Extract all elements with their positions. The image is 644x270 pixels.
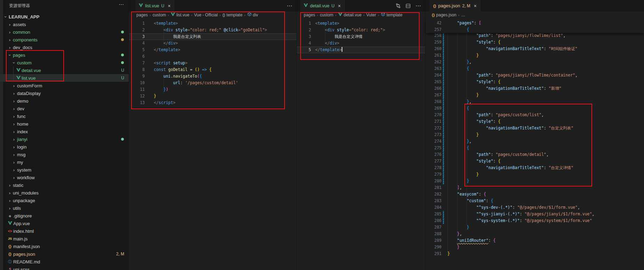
code-line-285[interactable]: 285 "^sys-jianyi-(.*)": "@/pages/jianyi/… (426, 211, 644, 217)
tree-item-utils[interactable]: ›utils (0, 204, 129, 212)
tree-item-readme.md[interactable]: ⓘREADME.md (0, 258, 129, 265)
chevron-right-icon[interactable]: › (7, 206, 13, 211)
tree-item-learun-app[interactable]: ›LEARUN_APP (0, 13, 129, 21)
tree-item-app.vue[interactable]: App.vue (0, 220, 129, 227)
tree-item-jianyi[interactable]: ›jianyi (0, 135, 129, 143)
code-line-290[interactable]: 290 } (426, 244, 644, 251)
chevron-right-icon[interactable]: › (7, 45, 13, 50)
code-line-259[interactable]: 259 "style": { (426, 39, 644, 46)
tree-item-index[interactable]: ›index (0, 128, 129, 135)
code-line-4[interactable]: 4 </div> (129, 40, 297, 47)
code-line-274[interactable]: 274 }, (426, 138, 644, 145)
breadcrumb-item[interactable]: … (461, 13, 465, 17)
chevron-right-icon[interactable]: › (11, 114, 17, 119)
tree-item-my[interactable]: ›my (0, 158, 129, 166)
code-area[interactable]: 1<template>2 <div style="color: red;">3 … (297, 20, 426, 53)
code-line-272[interactable]: 272 "navigationBarTitleText": "自定义列表" (426, 125, 644, 132)
code-line-7[interactable]: 7<script setup> (129, 60, 297, 66)
tree-item-assets[interactable]: ›assets (0, 21, 129, 28)
code-line-267[interactable]: 267 } (426, 92, 644, 98)
tree-item-system[interactable]: ›system (0, 166, 129, 174)
code-line-13[interactable]: 13</script> (129, 100, 297, 106)
tree-item-.gitignore[interactable]: ◈.gitignore (0, 212, 129, 220)
code-line-282[interactable]: 282 "easycom": { (426, 191, 644, 198)
code-line-2[interactable]: 2 <div style="color: red;"> (297, 27, 426, 33)
close-icon[interactable]: × (168, 3, 170, 9)
chevron-right-icon[interactable]: › (11, 106, 17, 111)
tab-list-vue[interactable]: list.vueU× (135, 0, 174, 11)
tab-detail-vue[interactable]: detail.vueU× (300, 0, 345, 11)
tree-item-main.js[interactable]: JSmain.js (0, 235, 129, 243)
tree-item-demo[interactable]: ›demo (0, 97, 129, 105)
chevron-right-icon[interactable]: › (7, 183, 13, 188)
code-line-11[interactable]: 11 }) (129, 86, 297, 93)
breadcrumb-item[interactable]: {}pages.json (432, 13, 456, 17)
tree-item-pages.json[interactable]: {}pages.json2, M (0, 250, 129, 258)
chevron-right-icon[interactable]: › (7, 22, 13, 27)
chevron-right-icon[interactable]: › (11, 98, 17, 104)
code-line-266[interactable]: 266 "navigationBarTitleText": "新增" (426, 85, 644, 92)
close-icon[interactable]: × (474, 3, 477, 9)
tree-item-components[interactable]: ›components (0, 36, 129, 43)
breadcrumb-item[interactable]: pages (136, 13, 148, 17)
code-line-1[interactable]: 1<template> (129, 20, 297, 27)
code-line-5[interactable]: 5</template> (129, 47, 297, 53)
tree-item-manifest.json[interactable]: {}manifest.json (0, 243, 129, 250)
tree-item-customform[interactable]: ›customForm (0, 82, 129, 89)
code-line-260[interactable]: 260 "navigationBarTitleText": "时间组件验证" (426, 46, 644, 52)
more-actions-icon[interactable]: ⋯ (119, 1, 124, 8)
breadcrumb-item[interactable]: {}template (222, 13, 242, 17)
code-area[interactable]: 258 "path": "pages/jianyi/flowTime/list"… (426, 32, 644, 257)
breadcrumb-item[interactable]: template (381, 12, 403, 17)
tree-item-common[interactable]: ›common (0, 28, 129, 36)
tree-item-login[interactable]: ›login (0, 143, 129, 151)
code-line-2[interactable]: 2 <div style="color: red;" @click="goDet… (129, 27, 297, 33)
code-line-9[interactable]: 9 uni.navigateTo({ (129, 73, 297, 80)
code-line-6[interactable]: 6 (129, 53, 297, 60)
tree-item-custom[interactable]: ›custom (0, 59, 129, 66)
breadcrumb-item[interactable]: detail.vue (338, 13, 361, 17)
tree-item-unpackage[interactable]: ›unpackage (0, 197, 129, 204)
code-line-277[interactable]: 277 "style": { (426, 158, 644, 165)
code-line-12[interactable]: 12} (129, 93, 297, 100)
tree-item-dev[interactable]: ›dev (0, 105, 129, 112)
code-line-269[interactable]: 269 { (426, 105, 644, 112)
code-line-279[interactable]: 279 } (426, 171, 644, 178)
breadcrumb-item[interactable]: Vue - Official (194, 13, 218, 17)
code-line-289[interactable]: 289 "uniIdRouter": { (426, 237, 644, 244)
chevron-right-icon[interactable]: › (11, 144, 17, 150)
tree-item-uni-modules[interactable]: ›uni_modules (0, 189, 129, 197)
tree-item-home[interactable]: ›home (0, 120, 129, 128)
chevron-right-icon[interactable]: › (7, 37, 13, 42)
code-line-271[interactable]: 271 "style": { (426, 118, 644, 125)
tree-item-pages[interactable]: ›pages (0, 51, 129, 59)
code-line-284[interactable]: 284 "^sys-dev-(.*)": "@/pages/dev/$1/for… (426, 204, 644, 211)
tree-item-msg[interactable]: ›msg (0, 151, 129, 158)
code-line-258[interactable]: 258 "path": "pages/jianyi/flowTime/list"… (426, 32, 644, 39)
code-line-287[interactable]: 287 } (426, 224, 644, 231)
chevron-right-icon[interactable]: › (11, 137, 17, 142)
chevron-right-icon[interactable]: › (7, 30, 13, 35)
code-line-261[interactable]: 261 } (426, 52, 644, 59)
more-icon[interactable]: ⋯ (287, 2, 293, 9)
close-icon[interactable]: × (338, 3, 341, 9)
breadcrumb-item[interactable]: custom (320, 13, 333, 17)
tree-item-static[interactable]: ›static (0, 181, 129, 189)
code-line-3[interactable]: 3 我是自定义详情 (297, 33, 426, 40)
chevron-right-icon[interactable]: › (11, 129, 17, 134)
chevron-right-icon[interactable]: › (7, 198, 13, 203)
code-line-10[interactable]: 10 url: '/pages/custom/detail' (129, 80, 297, 86)
chevron-down-icon[interactable]: › (7, 52, 13, 58)
tree-item-dev-docs[interactable]: ›dev_docs (0, 43, 129, 51)
code-line-273[interactable]: 273 } (426, 132, 644, 138)
chevron-right-icon[interactable]: › (7, 190, 13, 196)
code-line-280[interactable]: 280 } (426, 178, 644, 184)
code-line-262[interactable]: 262 }, (426, 59, 644, 65)
tab-pages-json[interactable]: {}pages.json2, M× (430, 0, 480, 11)
tree-item-func[interactable]: ›func (0, 112, 129, 120)
tree-item-index.html[interactable]: <>index.html (0, 227, 129, 235)
code-line-283[interactable]: 283 "custom": { (426, 198, 644, 204)
code-area[interactable]: 1<template>2 <div style="color: red;" @c… (129, 20, 297, 106)
tree-item-detail.vue[interactable]: detail.vueU (0, 66, 129, 74)
more-icon[interactable]: ⋯ (415, 2, 421, 9)
